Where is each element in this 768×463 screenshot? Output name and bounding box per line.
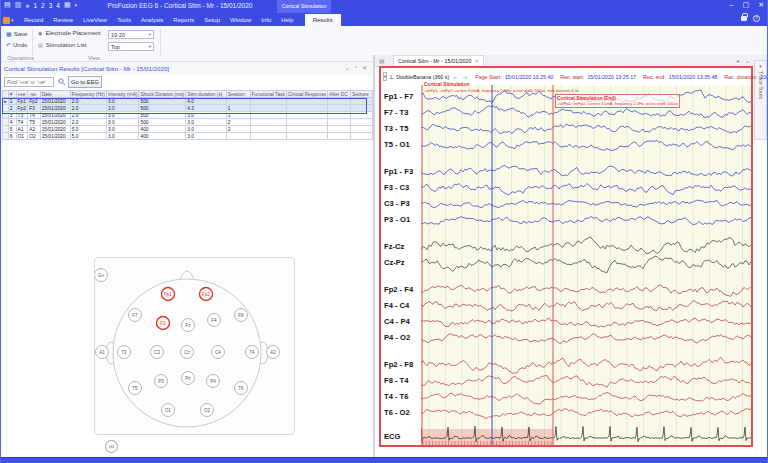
- table-cell[interactable]: T4: [16, 119, 28, 126]
- table-cell[interactable]: [250, 98, 286, 105]
- table-cell[interactable]: 3: [8, 112, 16, 119]
- column-header[interactable]: Functional Task: [250, 91, 286, 98]
- table-cell[interactable]: 3.0: [106, 112, 139, 119]
- channel-label-p3-o1[interactable]: P3 - O1: [384, 215, 410, 224]
- table-cell[interactable]: 1: [226, 105, 250, 112]
- channel-label-f8-t4[interactable]: F8 - T4: [384, 376, 408, 385]
- quick-screen-3[interactable]: 3: [49, 2, 53, 9]
- record-icon[interactable]: ●: [25, 2, 29, 9]
- help-icon[interactable]: ?: [753, 15, 760, 22]
- table-cell[interactable]: A1: [16, 126, 28, 133]
- menu-tab-review[interactable]: Review: [48, 14, 78, 26]
- channel-label-c3-p3[interactable]: C3 - P3: [384, 199, 410, 208]
- contextual-tab-cortical-stimulation[interactable]: Cortical Stimulation: [277, 0, 331, 13]
- table-row[interactable]: 5A1A215/01/20205.03.04003.02: [3, 126, 373, 133]
- table-cell[interactable]: [250, 119, 286, 126]
- column-header[interactable]: Seizure: [351, 91, 373, 98]
- channel-label-f4-c4[interactable]: F4 - C4: [384, 301, 409, 310]
- table-cell[interactable]: 6: [8, 133, 16, 140]
- table-cell[interactable]: 4.3: [186, 105, 227, 112]
- table-cell[interactable]: 4.0: [186, 98, 227, 105]
- table-cell[interactable]: 3.0: [106, 133, 139, 140]
- channel-label-fp2-f4[interactable]: Fp2 - F4: [384, 285, 413, 294]
- table-cell[interactable]: 3.0: [106, 98, 139, 105]
- table-cell[interactable]: 2.0: [70, 105, 106, 112]
- table-row[interactable]: 2Fp2F315/01/20202.03.05004.31: [3, 105, 373, 112]
- table-cell[interactable]: 5: [8, 126, 16, 133]
- column-header[interactable]: Date: [40, 91, 70, 98]
- table-cell[interactable]: [351, 126, 373, 133]
- table-cell[interactable]: [351, 133, 373, 140]
- menu-tab-tools[interactable]: Tools: [112, 14, 136, 26]
- table-cell[interactable]: 15/01/2020: [40, 119, 70, 126]
- table-cell[interactable]: [226, 98, 250, 105]
- channel-label-fp2-f8[interactable]: Fp2 - F8: [384, 360, 413, 369]
- table-cell[interactable]: [351, 112, 373, 119]
- close-icon[interactable]: ✕: [362, 64, 367, 71]
- maximize-button[interactable]: ▢: [743, 1, 750, 9]
- table-cell[interactable]: O2: [28, 133, 40, 140]
- menu-tab-reports[interactable]: Reports: [168, 14, 199, 26]
- table-cell[interactable]: 15/01/2020: [40, 133, 70, 140]
- table-cell[interactable]: 15/01/2020: [40, 112, 70, 119]
- table-cell[interactable]: 2.0: [70, 112, 106, 119]
- column-header[interactable]: Clinical Response: [286, 91, 327, 98]
- save-icon[interactable]: ▤: [4, 1, 11, 9]
- channel-label-fp1-f7[interactable]: Fp1 - F7: [384, 92, 413, 101]
- next-tab-icon[interactable]: ▸: [737, 57, 740, 64]
- table-cell[interactable]: [250, 126, 286, 133]
- table-cell[interactable]: [286, 119, 327, 126]
- close-tab-icon[interactable]: ✕: [474, 58, 478, 64]
- tab-list-icon[interactable]: ⌄: [745, 57, 750, 64]
- table-cell[interactable]: 5.0: [70, 126, 106, 133]
- column-header[interactable]: Frequency (Hz): [70, 91, 106, 98]
- table-cell[interactable]: [328, 112, 351, 119]
- menu-tab-info[interactable]: Info: [256, 14, 276, 26]
- channel-label-t3-t5[interactable]: T3 - T5: [384, 124, 408, 133]
- quick-screen-4[interactable]: 4: [56, 2, 60, 9]
- electrode-placement-select[interactable]: 10-20 ▾: [108, 30, 154, 39]
- table-cell[interactable]: [286, 105, 327, 112]
- table-cell[interactable]: 3.0: [106, 126, 139, 133]
- table-cell[interactable]: 1: [8, 98, 16, 105]
- table-cell[interactable]: 3.0: [106, 119, 139, 126]
- table-row[interactable]: ▸1Fp1Fp215/01/20202.03.05004.0: [3, 98, 373, 105]
- table-cell[interactable]: 2.0: [70, 119, 106, 126]
- table-row[interactable]: 6O1O215/01/20205.03.04003.0: [3, 133, 373, 140]
- table-cell[interactable]: 5.0: [70, 133, 106, 140]
- search-input[interactable]: [4, 77, 54, 87]
- table-cell[interactable]: [286, 112, 327, 119]
- go-to-eeg-button[interactable]: Go to EEG: [68, 76, 102, 88]
- table-cell[interactable]: 2.0: [70, 98, 106, 105]
- table-cell[interactable]: 400: [139, 133, 186, 140]
- channel-label-t6-o2[interactable]: T6 - O2: [384, 408, 410, 417]
- table-cell[interactable]: 500: [139, 112, 186, 119]
- table-row[interactable]: 4T4T515/01/20202.03.05003.02: [3, 119, 373, 126]
- stimulation-list-select[interactable]: Top ▾: [108, 42, 154, 51]
- channel-label-cz-pz[interactable]: Cz-Pz: [384, 258, 405, 267]
- channel-label-t5-o1[interactable]: T5 - O1: [384, 140, 410, 149]
- table-cell[interactable]: [250, 133, 286, 140]
- table-cell[interactable]: O1: [16, 133, 28, 140]
- channel-label-c4-p4[interactable]: C4 - P4: [384, 317, 410, 326]
- column-header[interactable]: Shock Duration (ms): [139, 91, 186, 98]
- channel-label-f7-t3[interactable]: F7 - T3: [384, 108, 408, 117]
- table-cell[interactable]: 4: [8, 119, 16, 126]
- lock-icon[interactable]: [741, 16, 747, 21]
- quick-screen-1[interactable]: 1: [33, 2, 37, 9]
- table-cell[interactable]: [226, 133, 250, 140]
- table-cell[interactable]: 15/01/2020: [40, 98, 70, 105]
- column-header[interactable]: -ve: [28, 91, 40, 98]
- save-button[interactable]: ▦ Save: [6, 30, 27, 37]
- table-cell[interactable]: F3: [28, 105, 40, 112]
- undo-button[interactable]: ↶ Undo: [6, 41, 27, 48]
- table-cell[interactable]: T3: [16, 112, 28, 119]
- table-cell[interactable]: [328, 98, 351, 105]
- table-cell[interactable]: 1: [226, 112, 250, 119]
- channel-label-f3-c3[interactable]: F3 - C3: [384, 183, 409, 192]
- montage-dropdown[interactable]: ▾: [383, 72, 387, 81]
- menu-tab-help[interactable]: Help: [276, 14, 298, 26]
- column-header[interactable]: Session: [226, 91, 250, 98]
- page-back-icon[interactable]: ←: [452, 73, 459, 80]
- table-cell[interactable]: 3.0: [186, 119, 227, 126]
